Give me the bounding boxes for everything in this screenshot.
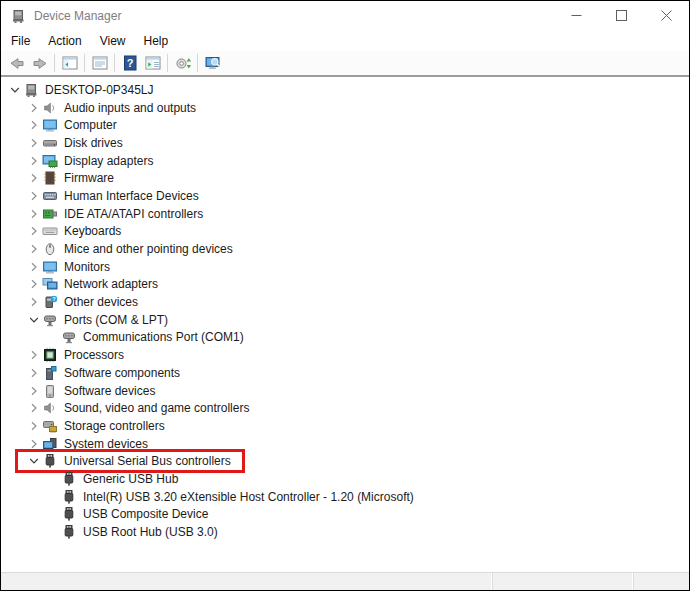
desktop-computer-icon (23, 82, 39, 98)
tree-item-intel-r-usb-3-20-extensible-host-controller-1-20-microsoft[interactable]: Intel(R) USB 3.20 eXtensible Host Contro… (1, 488, 689, 506)
tree-item-label: Display adapters (64, 154, 153, 168)
usb-plug-icon (61, 489, 77, 505)
status-bar (1, 572, 689, 590)
tree-item-human-interface-devices[interactable]: Human Interface Devices (1, 187, 689, 205)
chevron-right-icon[interactable] (25, 188, 42, 204)
chevron-right-icon[interactable] (25, 100, 42, 116)
tree-item-ide-ata-atapi-controllers[interactable]: IDE ATA/ATAPI controllers (1, 205, 689, 223)
chevron-right-icon[interactable] (25, 400, 42, 416)
chevron-right-icon[interactable] (25, 206, 42, 222)
tree-item-software-components[interactable]: Software components (1, 364, 689, 382)
tree-item-label: Software devices (64, 384, 155, 398)
monitor-icon (42, 259, 58, 275)
chevron-right-icon[interactable] (25, 259, 42, 275)
tree-item-label: Firmware (64, 171, 114, 185)
tree-item-audio-inputs-and-outputs[interactable]: Audio inputs and outputs (1, 99, 689, 117)
serial-port-icon (61, 329, 77, 345)
network-adapter-icon (42, 276, 58, 292)
chevron-right-icon[interactable] (25, 117, 42, 133)
maximize-icon (616, 10, 627, 21)
chevron-placeholder (44, 506, 61, 522)
chevron-placeholder (44, 524, 61, 540)
show-action-pane-button[interactable] (141, 52, 164, 74)
chevron-right-icon[interactable] (25, 241, 42, 257)
tree-item-computer[interactable]: Computer (1, 116, 689, 134)
chevron-right-icon[interactable] (25, 383, 42, 399)
tree-item-other-devices[interactable]: ?Other devices (1, 293, 689, 311)
chevron-placeholder (44, 329, 61, 345)
tree-item-label: Sound, video and game controllers (64, 401, 249, 415)
tree-item-mice-and-other-pointing-devices[interactable]: Mice and other pointing devices (1, 240, 689, 258)
device-manager-view-button[interactable] (201, 52, 224, 74)
tree-item-network-adapters[interactable]: Network adapters (1, 276, 689, 294)
tree-item-label: DESKTOP-0P345LJ (45, 83, 154, 97)
status-section-right (633, 573, 689, 590)
firmware-chip-icon (42, 170, 58, 186)
status-section-middle (492, 573, 633, 590)
tree-item-disk-drives[interactable]: Disk drives (1, 134, 689, 152)
menu-view[interactable]: View (91, 32, 135, 50)
svg-text:?: ? (126, 57, 133, 69)
tree-item-storage-controllers[interactable]: Storage controllers (1, 417, 689, 435)
help-button[interactable]: ? (118, 52, 141, 74)
show-console-tree-icon (61, 54, 79, 72)
tree-item-display-adapters[interactable]: Display adapters (1, 152, 689, 170)
tree-item-label: USB Root Hub (USB 3.0) (83, 525, 218, 539)
tree-item-software-devices[interactable]: Software devices (1, 382, 689, 400)
tree-item-usb-composite-device[interactable]: USB Composite Device (1, 506, 689, 524)
chevron-right-icon[interactable] (25, 347, 42, 363)
tree-item-processors[interactable]: Processors (1, 346, 689, 364)
back-button[interactable] (5, 52, 28, 74)
chevron-down-icon[interactable] (6, 82, 23, 98)
show-console-tree-button[interactable] (58, 52, 81, 74)
chevron-right-icon[interactable] (25, 170, 42, 186)
storage-controller-icon (42, 418, 58, 434)
window-title: Device Manager (34, 9, 121, 23)
minimize-button[interactable] (554, 1, 599, 30)
tree-item-universal-serial-bus-controllers[interactable]: Universal Serial Bus controllers (1, 452, 689, 470)
menu-help[interactable]: Help (135, 32, 178, 50)
usb-plug-icon (61, 524, 77, 540)
tree-item-label: Communications Port (COM1) (83, 330, 244, 344)
chevron-down-icon[interactable] (25, 312, 42, 328)
scan-hardware-changes-button[interactable] (171, 52, 194, 74)
properties-button[interactable] (88, 52, 111, 74)
chevron-right-icon[interactable] (25, 294, 42, 310)
tree-item-usb-root-hub-usb-3-0[interactable]: USB Root Hub (USB 3.0) (1, 523, 689, 541)
chevron-right-icon[interactable] (25, 223, 42, 239)
monitor-icon (42, 117, 58, 133)
chevron-right-icon[interactable] (25, 418, 42, 434)
toolbar-separator (54, 54, 55, 72)
tree-item-sound-video-and-game-controllers[interactable]: Sound, video and game controllers (1, 399, 689, 417)
tree-item-system-devices[interactable]: System devices (1, 435, 689, 453)
chevron-down-icon[interactable] (25, 453, 42, 469)
device-manager-window: Device Manager File Action View Help ? D… (0, 0, 690, 591)
hard-disk-icon (42, 135, 58, 151)
tree-item-desktop-0p345lj[interactable]: DESKTOP-0P345LJ (1, 81, 689, 99)
chevron-right-icon[interactable] (25, 135, 42, 151)
chevron-right-icon[interactable] (25, 436, 42, 452)
toolbar-separator (197, 54, 198, 72)
tree-item-label: IDE ATA/ATAPI controllers (64, 207, 203, 221)
tree-item-firmware[interactable]: Firmware (1, 169, 689, 187)
serial-port-icon (42, 312, 58, 328)
chevron-right-icon[interactable] (25, 276, 42, 292)
maximize-button[interactable] (599, 1, 644, 30)
ide-controller-icon (42, 206, 58, 222)
menu-action[interactable]: Action (39, 32, 90, 50)
tree-item-keyboards[interactable]: Keyboards (1, 223, 689, 241)
chevron-right-icon[interactable] (25, 153, 42, 169)
close-icon (661, 10, 672, 21)
close-button[interactable] (644, 1, 689, 30)
tree-item-label: System devices (64, 437, 148, 451)
tree-item-communications-port-com1[interactable]: Communications Port (COM1) (1, 329, 689, 347)
tree-item-ports-com-lpt[interactable]: Ports (COM & LPT) (1, 311, 689, 329)
tree-item-label: Storage controllers (64, 419, 165, 433)
device-manager-icon (10, 8, 26, 24)
menu-file[interactable]: File (2, 32, 39, 50)
forward-button[interactable] (28, 52, 51, 74)
chevron-right-icon[interactable] (25, 365, 42, 381)
tree-item-label: Network adapters (64, 277, 158, 291)
tree-item-monitors[interactable]: Monitors (1, 258, 689, 276)
tree-item-generic-usb-hub[interactable]: Generic USB Hub (1, 470, 689, 488)
